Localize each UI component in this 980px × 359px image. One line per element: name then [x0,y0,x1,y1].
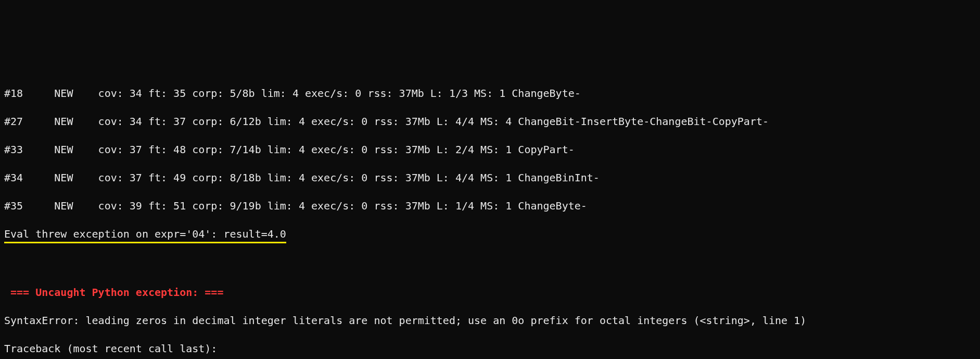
fuzz-stat-line: #34 NEW cov: 37 ft: 49 corp: 8/18b lim: … [4,171,976,185]
eval-exception-line: Eval threw exception on expr='04': resul… [4,227,976,243]
fuzz-stat-line: #18 NEW cov: 34 ft: 35 corp: 5/8b lim: 4… [4,86,976,101]
fuzz-stat-line: #35 NEW cov: 39 ft: 51 corp: 9/19b lim: … [4,199,976,213]
terminal-output: #18 NEW cov: 34 ft: 35 corp: 5/8b lim: 4… [0,70,980,359]
eval-exception-highlight: Eval threw exception on expr='04': resul… [4,227,286,243]
syntax-error-line: SyntaxError: leading zeros in decimal in… [4,314,976,328]
uncaught-exception-header: === Uncaught Python exception: === [4,286,976,300]
traceback-header: Traceback (most recent call last): [4,342,976,356]
fuzz-stat-line: #33 NEW cov: 37 ft: 48 corp: 7/14b lim: … [4,143,976,157]
blank-line [4,257,976,271]
fuzz-stat-line: #27 NEW cov: 34 ft: 37 corp: 6/12b lim: … [4,115,976,129]
